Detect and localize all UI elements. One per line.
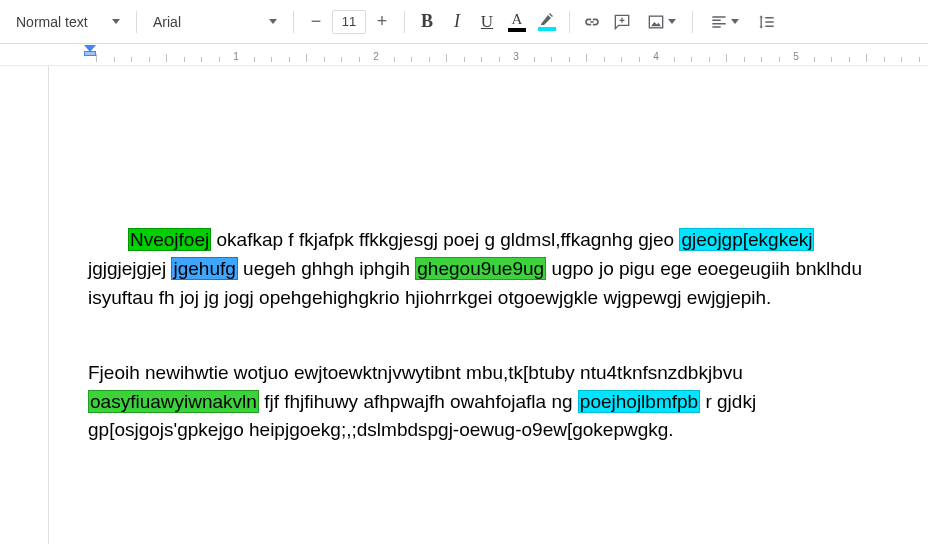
ruler-tick	[201, 57, 202, 62]
comment-plus-icon	[612, 12, 632, 32]
ruler-tick	[726, 54, 727, 62]
underline-icon: U	[481, 12, 493, 32]
highlight-span: poejhojlbmfpb	[578, 390, 700, 413]
paragraph-2[interactable]: Fjeoih newihwtie wotjuo ewjtoewktnjvwyti…	[88, 359, 888, 446]
ruler-tick	[534, 57, 535, 62]
ruler-tick	[674, 57, 675, 62]
bold-icon: B	[421, 11, 433, 32]
text-run: jgjgjejgjej	[88, 258, 171, 279]
insert-link-button[interactable]	[578, 8, 606, 36]
insert-image-button[interactable]	[638, 8, 684, 36]
separator	[404, 11, 405, 33]
ruler-tick	[761, 57, 762, 62]
line-spacing-button[interactable]	[749, 8, 785, 36]
ruler-label: 5	[793, 51, 799, 62]
separator	[692, 11, 693, 33]
text-color-icon: A	[512, 12, 523, 27]
document-body[interactable]: Nveojfoej okafkap f fkjafpk ffkkgjesgj p…	[48, 66, 928, 445]
ruler-tick	[866, 54, 867, 62]
ruler-tick	[884, 57, 885, 62]
ruler[interactable]: 123456	[0, 44, 928, 66]
font-family-dropdown[interactable]: Arial	[145, 8, 285, 36]
ruler-tick	[394, 57, 395, 62]
chevron-down-icon	[269, 19, 277, 24]
ruler-tick	[411, 57, 412, 62]
ruler-tick	[586, 54, 587, 62]
font-size-value: 11	[342, 14, 356, 29]
ruler-tick	[744, 57, 745, 62]
toolbar: Normal text Arial − 11 + B I U A	[0, 0, 928, 44]
ruler-tick	[184, 57, 185, 62]
ruler-tick	[219, 57, 220, 62]
separator	[569, 11, 570, 33]
ruler-tick	[359, 57, 360, 62]
link-icon	[582, 12, 602, 32]
chevron-down-icon	[731, 19, 739, 24]
paragraph-style-label: Normal text	[16, 14, 88, 30]
text-color-button[interactable]: A	[503, 8, 531, 36]
ruler-tick	[446, 54, 447, 62]
separator	[136, 11, 137, 33]
ruler-tick	[499, 57, 500, 62]
italic-button[interactable]: I	[443, 8, 471, 36]
highlight-span: gjeojgp[ekgkekj	[679, 228, 814, 251]
ruler-tick	[429, 57, 430, 62]
ruler-tick	[831, 57, 832, 62]
ruler-tick	[814, 57, 815, 62]
highlight-span: ghegou9ue9ug	[415, 257, 546, 280]
paragraph-1[interactable]: Nveojfoej okafkap f fkjafpk ffkkgjesgj p…	[88, 226, 888, 313]
highlight-icon	[539, 12, 555, 26]
ruler-tick	[849, 57, 850, 62]
ruler-tick	[271, 57, 272, 62]
image-icon	[646, 12, 666, 32]
line-spacing-icon	[757, 12, 777, 32]
ruler-tick	[131, 57, 132, 62]
increase-font-size-button[interactable]: +	[368, 8, 396, 36]
ruler-tick	[166, 54, 167, 62]
align-left-icon	[709, 12, 729, 32]
ruler-tick	[254, 57, 255, 62]
ruler-label: 3	[513, 51, 519, 62]
ruler-tick	[604, 57, 605, 62]
text-color-swatch	[508, 28, 526, 32]
text-run: Fjeoih newihwtie wotjuo ewjtoewktnjvwyti…	[88, 362, 743, 383]
ruler-tick	[639, 57, 640, 62]
ruler-tick	[149, 57, 150, 62]
ruler-tick	[114, 57, 115, 62]
highlight-span: oasyfiuawyiwnakvln	[88, 390, 259, 413]
highlight-span: Nveojfoej	[128, 228, 211, 251]
highlight-span: jgehufg	[171, 257, 237, 280]
ruler-tick	[464, 57, 465, 62]
document-viewport: Nveojfoej okafkap f fkjafpk ffkkgjesgj p…	[0, 66, 928, 544]
separator	[293, 11, 294, 33]
ruler-label: 4	[653, 51, 659, 62]
chevron-down-icon	[112, 19, 120, 24]
text-run: fjf fhjfihuwy afhpwajfh owahfojafla ng	[259, 391, 578, 412]
ruler-tick	[341, 57, 342, 62]
ruler-tick	[324, 57, 325, 62]
ruler-tick	[919, 57, 920, 62]
decrease-font-size-button[interactable]: −	[302, 8, 330, 36]
font-size-input[interactable]: 11	[332, 10, 366, 34]
ruler-tick	[779, 57, 780, 62]
ruler-tick	[481, 57, 482, 62]
italic-icon: I	[454, 11, 460, 32]
indent-marker[interactable]	[84, 45, 96, 59]
font-family-label: Arial	[153, 14, 181, 30]
ruler-tick	[709, 57, 710, 62]
ruler-tick	[551, 57, 552, 62]
ruler-tick	[96, 54, 97, 62]
text-run: okafkap f fkjafpk ffkkgjesgj poej g gldm…	[211, 229, 679, 250]
ruler-tick	[289, 57, 290, 62]
text-run: uegeh ghhgh iphgih	[238, 258, 416, 279]
align-button[interactable]	[701, 8, 747, 36]
underline-button[interactable]: U	[473, 8, 501, 36]
insert-comment-button[interactable]	[608, 8, 636, 36]
ruler-label: 1	[233, 51, 239, 62]
ruler-tick	[691, 57, 692, 62]
ruler-tick	[621, 57, 622, 62]
highlight-color-swatch	[538, 27, 556, 31]
highlight-color-button[interactable]	[533, 8, 561, 36]
bold-button[interactable]: B	[413, 8, 441, 36]
paragraph-style-dropdown[interactable]: Normal text	[8, 8, 128, 36]
